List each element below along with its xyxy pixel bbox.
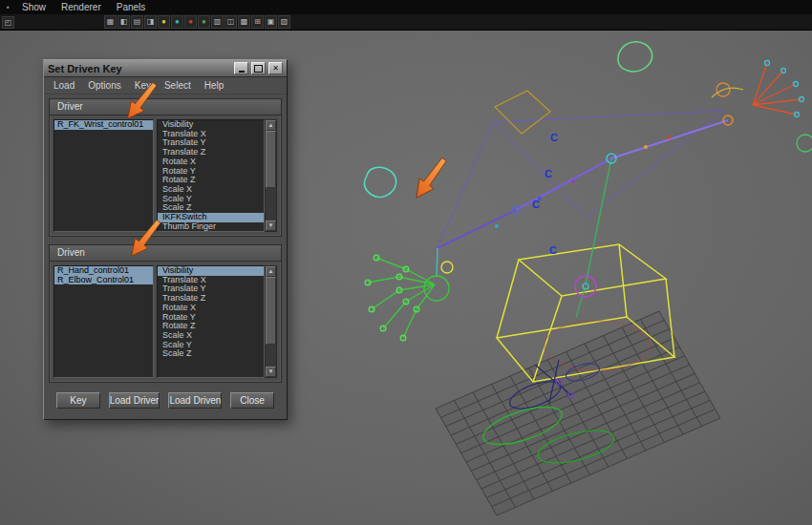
bookmarks-icon[interactable]: ◨: [144, 15, 157, 29]
svg-text:C: C: [532, 199, 540, 210]
dialog-menu-select[interactable]: Select: [158, 77, 198, 94]
green-blob-control[interactable]: [618, 42, 652, 72]
grease-pencil-icon[interactable]: ●: [184, 15, 197, 29]
load-driven-button[interactable]: Load Driven: [168, 392, 222, 409]
minimize-button[interactable]: [234, 62, 248, 74]
dialog-buttons: KeyLoad DriverLoad DrivenClose: [49, 392, 282, 409]
svg-text:C: C: [549, 244, 557, 256]
resolution-gate-icon[interactable]: ◫: [224, 15, 237, 29]
dialog-menubar: LoadOptionsKeySelectHelp: [44, 77, 287, 94]
gate-mask-icon[interactable]: ▩: [238, 15, 250, 29]
driver-attributes-scrollbar[interactable]: [265, 119, 277, 232]
driven-object-list[interactable]: R_Hand_control01R_Elbow_Control01: [53, 265, 154, 378]
driver-attribute-item[interactable]: Thumb Finger: [158, 222, 264, 232]
right-hand-fk-controls[interactable]: [712, 61, 812, 153]
dialog-menu-options[interactable]: Options: [81, 77, 127, 94]
driver-section: Driver R_FK_Wrist_control01 VisibilityTr…: [49, 98, 282, 237]
image-plane-icon[interactable]: ●: [158, 15, 170, 29]
scrollbar-track[interactable]: [266, 277, 276, 367]
panel-layout-icon[interactable]: [2, 16, 14, 29]
driver-object-item[interactable]: R_FK_Wrist_control01: [54, 120, 153, 130]
driver-attribute-area: VisibilityTranslate XTranslate YTranslat…: [157, 119, 277, 232]
safe-title-icon[interactable]: ▧: [278, 15, 290, 29]
select-camera-icon[interactable]: ▦: [104, 15, 117, 29]
driven-attribute-item[interactable]: Scale Z: [158, 349, 264, 359]
maximize-button[interactable]: [251, 62, 266, 74]
dialog-menu-help[interactable]: Help: [198, 77, 231, 94]
scrollbar-thumb[interactable]: [266, 277, 276, 345]
driver-section-label: Driver: [50, 99, 281, 116]
cyan-blob-control[interactable]: [364, 167, 395, 197]
panel-toolbar-icons: ▦◧▤◨●●●●▥◫▩⊞▣▧: [104, 15, 290, 29]
driven-object-item[interactable]: R_Elbow_Control01: [54, 276, 153, 285]
dialog-body: Driver R_FK_Wrist_control01 VisibilityTr…: [44, 94, 287, 419]
driver-object-list[interactable]: R_FK_Wrist_control01: [53, 119, 154, 232]
two-d-pan-zoom-icon[interactable]: ●: [171, 15, 183, 29]
lock-camera-icon[interactable]: ◧: [118, 15, 130, 29]
svg-text:C: C: [545, 168, 552, 179]
menu-panels[interactable]: Panels: [109, 0, 154, 14]
dialog-menu-load[interactable]: Load: [47, 77, 81, 94]
scroll-up-icon[interactable]: [266, 266, 276, 277]
driven-section-label: Driven: [50, 245, 281, 262]
close-icon[interactable]: [268, 62, 283, 74]
menu-renderer[interactable]: Renderer: [53, 0, 109, 14]
load-driver-button[interactable]: Load Driver: [109, 392, 160, 409]
scroll-up-icon[interactable]: [266, 120, 276, 131]
driven-attribute-list[interactable]: VisibilityTranslate XTranslate YTranslat…: [157, 265, 265, 378]
panel-menu-icon[interactable]: [2, 1, 14, 13]
key-button[interactable]: Key: [56, 392, 100, 409]
dialog-title: Set Driven Key: [48, 63, 231, 74]
dialog-titlebar[interactable]: Set Driven Key: [44, 60, 287, 77]
close-button[interactable]: Close: [230, 392, 274, 409]
camera-attributes-icon[interactable]: ▤: [131, 15, 143, 29]
maya-viewport-window: ShowRendererPanels ▦◧▤◨●●●●▥◫▩⊞▣▧: [0, 0, 812, 525]
scrollbar-track[interactable]: [266, 131, 276, 220]
left-hand-skeleton[interactable]: [365, 248, 453, 341]
shoulder-plate-control[interactable]: [495, 91, 550, 134]
safe-action-icon[interactable]: ▣: [265, 15, 277, 29]
field-chart-icon[interactable]: ⊞: [251, 15, 264, 29]
scroll-down-icon[interactable]: [266, 367, 276, 377]
driven-attribute-area: VisibilityTranslate XTranslate YTranslat…: [157, 265, 277, 378]
panel-toolbar: ▦◧▤◨●●●●▥◫▩⊞▣▧: [0, 14, 812, 31]
film-gate-icon[interactable]: ▥: [211, 15, 224, 29]
driver-attribute-list[interactable]: VisibilityTranslate XTranslate YTranslat…: [157, 119, 265, 232]
driven-section: Driven R_Hand_control01R_Elbow_Control01…: [49, 244, 282, 383]
panel-menubar: ShowRendererPanels: [0, 0, 812, 14]
panel-menu-items: ShowRendererPanels: [14, 0, 153, 14]
svg-text:C: C: [550, 132, 558, 143]
grid-toggle-icon[interactable]: ●: [198, 15, 210, 29]
scroll-down-icon[interactable]: [266, 220, 276, 231]
menu-show[interactable]: Show: [14, 0, 53, 14]
dialog-menu-key[interactable]: Key: [128, 77, 158, 94]
scrollbar-thumb[interactable]: [266, 131, 276, 188]
set-driven-key-dialog: Set Driven Key LoadOptionsKeySelectHelp …: [43, 59, 288, 420]
driven-attributes-scrollbar[interactable]: [265, 265, 277, 378]
window-buttons: [231, 62, 283, 74]
